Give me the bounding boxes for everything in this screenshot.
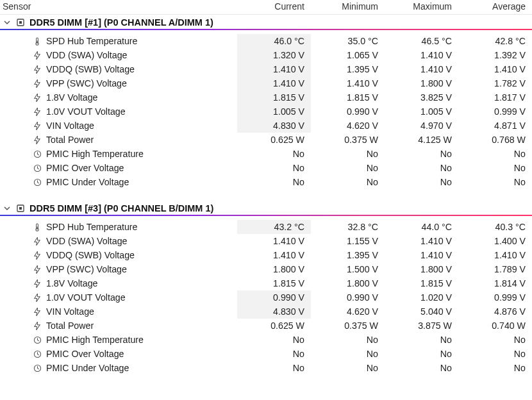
sensor-label: SPD Hub Temperature xyxy=(46,222,137,232)
volt-icon xyxy=(32,294,42,302)
cell-avg: 1.782 V xyxy=(458,76,532,90)
cell-cur: No xyxy=(237,147,311,161)
cell-avg: 1.410 V xyxy=(458,62,532,76)
clock-icon xyxy=(32,364,42,372)
cell-min: 1.155 V xyxy=(311,234,385,248)
table-header-row: Sensor Current Minimum Maximum Average xyxy=(0,0,532,15)
cell-max: 1.410 V xyxy=(385,62,458,76)
table-row[interactable]: VDDQ (SWB) Voltage1.410 V1.395 V1.410 V1… xyxy=(0,248,532,262)
cell-max: 1.410 V xyxy=(385,248,458,262)
cell-min: No xyxy=(311,147,385,161)
table-row[interactable]: Total Power0.625 W0.375 W3.875 W0.740 W xyxy=(0,319,532,333)
cell-max: 4.970 V xyxy=(385,119,458,133)
volt-icon xyxy=(32,79,42,88)
cell-cur: 1.800 V xyxy=(237,262,311,276)
col-maximum[interactable]: Maximum xyxy=(385,0,458,15)
sensor-label: PMIC Over Voltage xyxy=(46,349,124,359)
cell-min: 1.800 V xyxy=(311,276,385,290)
clock-icon xyxy=(32,336,42,344)
cell-avg: 1.410 V xyxy=(458,248,532,262)
table-row[interactable]: PMIC Over VoltageNoNoNoNo xyxy=(0,347,532,361)
table-row[interactable]: Total Power0.625 W0.375 W4.125 W0.768 W xyxy=(0,133,532,147)
table-row[interactable]: VPP (SWC) Voltage1.800 V1.500 V1.800 V1.… xyxy=(0,262,532,276)
table-row[interactable]: VIN Voltage4.830 V4.620 V5.040 V4.876 V xyxy=(0,304,532,319)
volt-icon xyxy=(32,51,42,60)
table-row[interactable]: PMIC Over VoltageNoNoNoNo xyxy=(0,161,532,175)
cell-min: 35.0 °C xyxy=(311,34,385,48)
sensor-label: PMIC High Temperature xyxy=(46,335,144,345)
volt-icon xyxy=(32,322,42,330)
group-header-row[interactable]: DDR5 DIMM [#1] (P0 CHANNEL A/DIMM 1) xyxy=(0,15,532,35)
sensor-label: PMIC Over Voltage xyxy=(46,163,124,173)
cell-min: 1.815 V xyxy=(311,90,385,104)
chevron-down-icon[interactable] xyxy=(3,18,12,27)
group-header-row[interactable]: DDR5 DIMM [#3] (P0 CHANNEL B/DIMM 1) xyxy=(0,201,532,220)
cell-avg: No xyxy=(458,361,532,375)
table-row[interactable]: PMIC Under VoltageNoNoNoNo xyxy=(0,175,532,189)
table-row[interactable]: PMIC High TemperatureNoNoNoNo xyxy=(0,147,532,161)
table-row[interactable]: 1.8V Voltage1.815 V1.815 V3.825 V1.817 V xyxy=(0,90,532,104)
table-row[interactable]: 1.0V VOUT Voltage0.990 V0.990 V1.020 V0.… xyxy=(0,290,532,304)
cell-min: 4.620 V xyxy=(311,119,385,133)
table-row[interactable]: SPD Hub Temperature43.2 °C32.8 °C44.0 °C… xyxy=(0,220,532,234)
cell-max: 5.040 V xyxy=(385,304,458,319)
cell-avg: 0.999 V xyxy=(458,290,532,304)
sensor-label: VPP (SWC) Voltage xyxy=(46,78,127,88)
col-current[interactable]: Current xyxy=(237,0,311,15)
table-row[interactable]: VPP (SWC) Voltage1.410 V1.410 V1.800 V1.… xyxy=(0,76,532,90)
chevron-down-icon[interactable] xyxy=(3,204,12,213)
cell-max: No xyxy=(385,147,458,161)
cell-min: 0.375 W xyxy=(311,133,385,147)
cell-max: No xyxy=(385,347,458,361)
cell-max: No xyxy=(385,361,458,375)
cell-min: No xyxy=(311,175,385,189)
col-minimum[interactable]: Minimum xyxy=(311,0,385,15)
cell-max: No xyxy=(385,333,458,347)
sensor-label: 1.0V VOUT Voltage xyxy=(46,106,126,117)
cell-max: 1.800 V xyxy=(385,262,458,276)
group-spacer xyxy=(0,189,532,201)
volt-icon xyxy=(32,136,42,144)
clock-icon xyxy=(32,350,42,358)
cell-avg: 4.876 V xyxy=(458,304,532,319)
cell-cur: 1.410 V xyxy=(237,248,311,262)
sensor-label: PMIC Under Voltage xyxy=(46,177,129,187)
memory-chip-icon xyxy=(15,17,26,28)
volt-icon xyxy=(32,308,42,316)
cell-avg: 42.8 °C xyxy=(458,34,532,48)
sensor-label: VPP (SWC) Voltage xyxy=(46,264,127,274)
sensor-table: Sensor Current Minimum Maximum Average D… xyxy=(0,0,532,375)
table-row[interactable]: 1.0V VOUT Voltage1.005 V0.990 V1.005 V0.… xyxy=(0,104,532,119)
group-title: DDR5 DIMM [#3] (P0 CHANNEL B/DIMM 1) xyxy=(29,203,213,213)
temp-icon xyxy=(32,37,42,46)
cell-cur: 4.830 V xyxy=(237,119,311,133)
table-row[interactable]: PMIC Under VoltageNoNoNoNo xyxy=(0,361,532,375)
cell-avg: No xyxy=(458,161,532,175)
table-row[interactable]: SPD Hub Temperature46.0 °C35.0 °C46.5 °C… xyxy=(0,34,532,48)
table-row[interactable]: VDDQ (SWB) Voltage1.410 V1.395 V1.410 V1… xyxy=(0,62,532,76)
cell-max: 1.815 V xyxy=(385,276,458,290)
table-row[interactable]: VDD (SWA) Voltage1.320 V1.065 V1.410 V1.… xyxy=(0,48,532,62)
cell-max: No xyxy=(385,175,458,189)
temp-icon xyxy=(32,223,42,231)
cell-min: No xyxy=(311,333,385,347)
group-underline xyxy=(0,215,532,216)
cell-cur: 43.2 °C xyxy=(237,220,311,234)
cell-cur: 0.625 W xyxy=(237,133,311,147)
cell-min: 1.065 V xyxy=(311,48,385,62)
cell-avg: 1.789 V xyxy=(458,262,532,276)
sensor-label: VDDQ (SWB) Voltage xyxy=(46,64,135,74)
cell-avg: 40.3 °C xyxy=(458,220,532,234)
cell-min: No xyxy=(311,347,385,361)
volt-icon xyxy=(32,237,42,246)
cell-cur: 46.0 °C xyxy=(237,34,311,48)
col-sensor[interactable]: Sensor xyxy=(0,0,237,15)
cell-max: 1.800 V xyxy=(385,76,458,90)
table-row[interactable]: VIN Voltage4.830 V4.620 V4.970 V4.871 V xyxy=(0,119,532,133)
table-row[interactable]: PMIC High TemperatureNoNoNoNo xyxy=(0,333,532,347)
cell-avg: 4.871 V xyxy=(458,119,532,133)
group-underline xyxy=(0,29,532,30)
table-row[interactable]: 1.8V Voltage1.815 V1.800 V1.815 V1.814 V xyxy=(0,276,532,290)
col-average[interactable]: Average xyxy=(458,0,532,15)
table-row[interactable]: VDD (SWA) Voltage1.410 V1.155 V1.410 V1.… xyxy=(0,234,532,248)
